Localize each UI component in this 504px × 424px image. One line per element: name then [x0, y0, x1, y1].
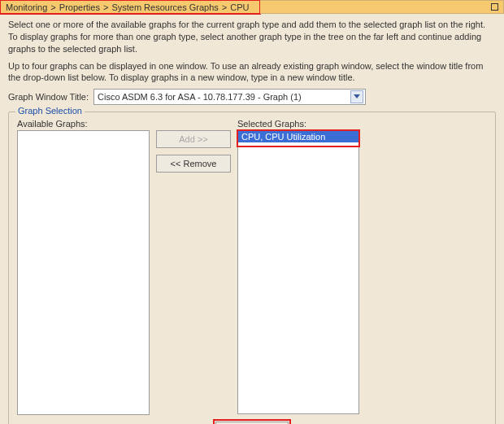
add-button-label: Add >> — [179, 134, 207, 144]
instruction-text-2: Up to four graphs can be displayed in on… — [8, 60, 496, 85]
selected-column: Selected Graphs: CPU, CPU Utilization — [237, 119, 359, 415]
instruction-text-1: Select one or more of the available grap… — [8, 19, 496, 55]
crumb-sysres[interactable]: System Resources Graphs — [111, 2, 218, 12]
maximize-icon[interactable] — [491, 3, 498, 11]
add-button: Add >> — [156, 130, 231, 148]
crumb-sep: > — [50, 2, 55, 12]
remove-button[interactable]: << Remove — [156, 155, 231, 173]
show-graphs-highlight: Show Graphs... — [214, 420, 290, 424]
graph-window-value: Cisco ASDM 6.3 for ASA - 10.78.177.39 - … — [98, 92, 302, 102]
graph-window-row: Graph Window Title: Cisco ASDM 6.3 for A… — [8, 89, 496, 105]
chevron-down-icon[interactable] — [350, 90, 363, 103]
selected-label: Selected Graphs: — [237, 119, 359, 129]
breadcrumb-bar: Monitoring > Properties > System Resourc… — [0, 0, 260, 14]
footer-row: Show Graphs... — [17, 420, 487, 424]
crumb-cpu[interactable]: CPU — [230, 2, 249, 12]
content-area: Select one or more of the available grap… — [0, 14, 504, 424]
selected-listbox[interactable]: CPU, CPU Utilization — [237, 130, 359, 146]
crumb-sep: > — [222, 2, 227, 12]
available-label: Available Graphs: — [17, 119, 150, 129]
graph-window-dropdown[interactable]: Cisco ASDM 6.3 for ASA - 10.78.177.39 - … — [93, 89, 366, 105]
crumb-properties[interactable]: Properties — [59, 2, 100, 12]
crumb-sep: > — [103, 2, 108, 12]
graph-selection-legend: Graph Selection — [15, 106, 85, 116]
remove-button-label: << Remove — [171, 159, 217, 168]
graph-selection-group: Graph Selection Available Graphs: Add >>… — [8, 111, 496, 424]
breadcrumb-bar-right — [260, 0, 504, 14]
breadcrumb: Monitoring > Properties > System Resourc… — [6, 2, 249, 12]
transfer-buttons: Add >> << Remove — [156, 119, 231, 415]
svg-marker-0 — [354, 94, 360, 98]
crumb-monitoring[interactable]: Monitoring — [6, 2, 47, 12]
list-item[interactable]: CPU, CPU Utilization — [238, 131, 358, 142]
selected-listbox-body[interactable] — [237, 146, 359, 414]
available-column: Available Graphs: — [17, 119, 150, 415]
available-listbox[interactable] — [17, 130, 150, 415]
graph-window-label: Graph Window Title: — [8, 92, 89, 102]
